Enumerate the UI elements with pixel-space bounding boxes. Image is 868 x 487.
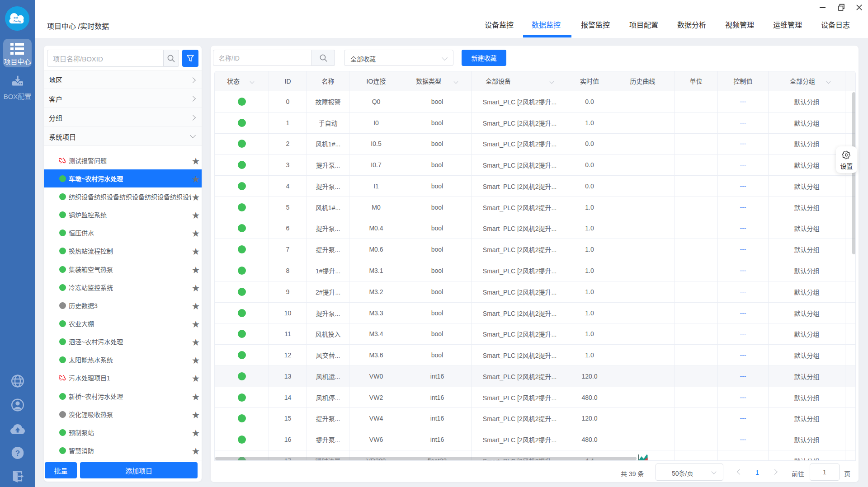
svg-text:?: ? [15, 449, 19, 458]
svg-text:Box: Box [14, 16, 18, 19]
svg-text:Config: Config [14, 20, 21, 23]
